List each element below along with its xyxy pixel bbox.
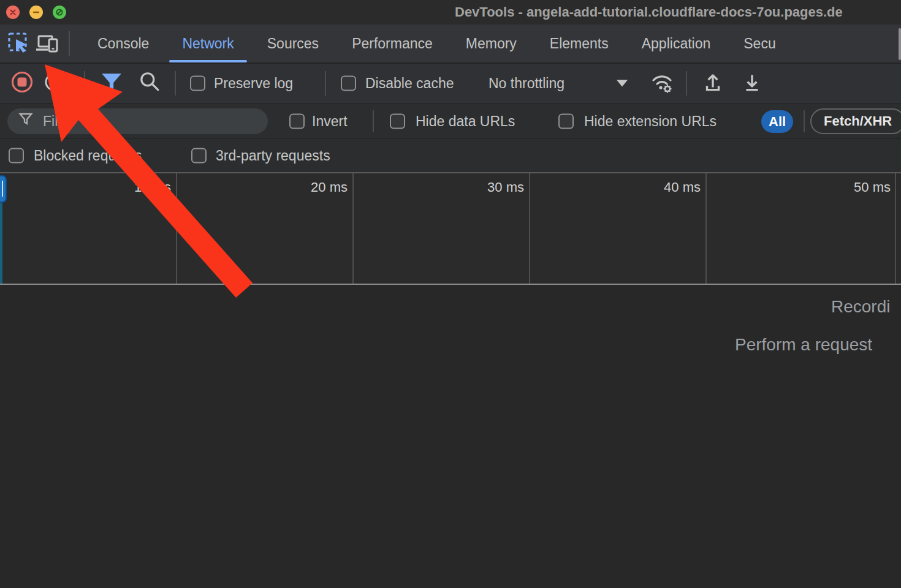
request-filters-row: Blocked requests 3rd-party requests [0, 139, 901, 172]
hide-data-urls-label[interactable]: Hide data URLs [416, 113, 515, 129]
filter-separator [373, 110, 374, 132]
tabbar-separator [69, 31, 70, 56]
blocked-requests-label[interactable]: Blocked requests [34, 148, 142, 164]
network-waterfall-timeline[interactable]: 10 ms 20 ms 30 ms 40 ms 50 ms [0, 172, 901, 285]
timeline-divider [895, 173, 896, 284]
close-icon [9, 9, 17, 16]
toolbar-separator [325, 71, 326, 96]
window-close-button[interactable] [6, 6, 20, 19]
window-minimize-button[interactable] [29, 6, 43, 19]
tab-security[interactable]: Secu [727, 24, 792, 62]
tab-memory[interactable]: Memory [449, 24, 533, 62]
devtools-tabbar: Console Network Sources Performance Memo… [0, 24, 901, 64]
third-party-requests-checkbox[interactable] [191, 148, 207, 164]
inspect-cursor-icon [7, 31, 31, 56]
upload-icon [701, 70, 724, 94]
network-conditions-button[interactable] [648, 69, 675, 97]
tab-elements[interactable]: Elements [533, 24, 625, 62]
throttling-caret-icon[interactable] [617, 80, 628, 87]
filter-funnel-icon [100, 70, 123, 94]
import-har-button[interactable] [701, 70, 724, 96]
clear-button[interactable] [43, 71, 65, 96]
search-icon [138, 70, 161, 94]
timeline-divider [176, 173, 177, 284]
timeline-divider [352, 173, 354, 284]
tab-sources[interactable]: Sources [251, 24, 335, 62]
timeline-tick: 20 ms [274, 179, 348, 195]
toolbar-separator [84, 71, 85, 96]
timeline-divider [529, 173, 530, 284]
overview-edge-line [0, 203, 2, 284]
third-party-requests-label[interactable]: 3rd-party requests [216, 148, 330, 164]
toolbar-separator [686, 71, 687, 96]
window-zoom-button[interactable] [53, 6, 66, 19]
disable-cache-label[interactable]: Disable cache [365, 75, 454, 92]
clear-icon [43, 71, 65, 93]
toggle-device-toolbar-button[interactable] [33, 29, 61, 58]
timeline-divider [705, 173, 707, 284]
filter-chip-all[interactable]: All [761, 110, 793, 133]
tab-performance[interactable]: Performance [335, 24, 449, 62]
invert-label[interactable]: Invert [312, 113, 348, 129]
filter-input-funnel-icon [18, 111, 33, 129]
timeline-tick: 10 ms [97, 179, 171, 195]
download-icon [740, 70, 764, 94]
tab-application[interactable]: Application [625, 24, 728, 62]
search-button[interactable] [138, 70, 161, 96]
minimize-icon [32, 9, 40, 16]
tab-network[interactable]: Network [165, 24, 250, 62]
window-title: DevTools - angela-add-tutorial.cloudflar… [455, 0, 843, 24]
empty-state-hint-text: Perform a request [735, 335, 872, 355]
overview-drag-handle[interactable] [0, 175, 7, 203]
panel-tabs: Console Network Sources Performance Memo… [81, 24, 793, 62]
preserve-log-checkbox[interactable] [190, 76, 205, 91]
blocked-requests-checkbox[interactable] [9, 148, 24, 164]
export-har-button[interactable] [740, 70, 764, 96]
clipped-panel-edge [899, 28, 901, 60]
record-button[interactable] [10, 70, 34, 97]
timeline-tick: 40 ms [627, 179, 701, 195]
invert-checkbox[interactable] [289, 113, 305, 129]
toolbar-separator [175, 71, 176, 96]
record-icon [10, 70, 34, 94]
filter-input[interactable] [7, 108, 268, 134]
timeline-tick: 30 ms [450, 179, 524, 195]
filter-chip-fetch-xhr[interactable]: Fetch/XHR [810, 108, 901, 134]
device-toolbar-icon [34, 31, 60, 56]
tab-console[interactable]: Console [81, 24, 165, 62]
network-toolbar: Preserve log Disable cache No throttling [0, 64, 901, 104]
requests-empty-panel: Recordi Perform a request [0, 285, 901, 587]
disable-cache-checkbox[interactable] [341, 76, 356, 91]
empty-state-recording-text: Recordi [831, 297, 890, 317]
filter-separator [804, 110, 805, 132]
hide-data-urls-checkbox[interactable] [390, 113, 405, 129]
hide-extension-urls-label[interactable]: Hide extension URLs [584, 113, 717, 129]
preserve-log-label[interactable]: Preserve log [214, 75, 293, 92]
filter-row: Invert Hide data URLs Hide extension URL… [0, 104, 901, 139]
timeline-tick: 50 ms [817, 179, 891, 195]
hide-extension-urls-checkbox[interactable] [558, 113, 574, 129]
inspect-element-button[interactable] [5, 29, 33, 58]
window-titlebar: DevTools - angela-add-tutorial.cloudflar… [0, 0, 901, 24]
filter-toggle-button[interactable] [100, 70, 123, 96]
throttling-select[interactable]: No throttling [489, 75, 565, 92]
wifi-gear-icon [648, 69, 675, 95]
zoom-icon [55, 8, 64, 17]
